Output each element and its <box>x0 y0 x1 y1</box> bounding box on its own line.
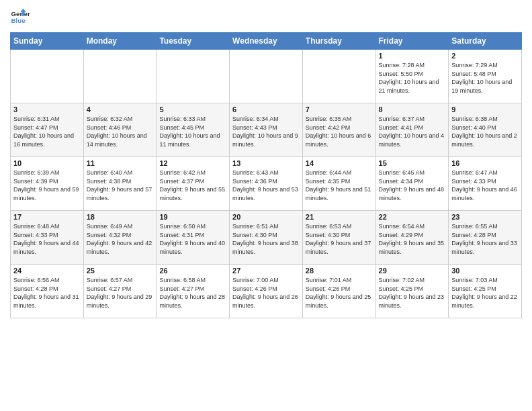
day-number: 18 <box>87 213 154 221</box>
day-number: 30 <box>451 267 519 275</box>
calendar-cell: 2Sunrise: 7:29 AM Sunset: 5:48 PM Daylig… <box>449 50 522 103</box>
calendar-cell <box>302 50 375 103</box>
day-info: Sunrise: 7:03 AM Sunset: 4:25 PM Dayligh… <box>451 276 519 310</box>
day-number: 27 <box>232 267 300 275</box>
calendar-table: SundayMondayTuesdayWednesdayThursdayFrid… <box>10 32 522 318</box>
day-info: Sunrise: 7:29 AM Sunset: 5:48 PM Dayligh… <box>451 61 519 95</box>
calendar-cell: 6Sunrise: 6:34 AM Sunset: 4:43 PM Daylig… <box>230 103 303 157</box>
day-info: Sunrise: 6:38 AM Sunset: 4:40 PM Dayligh… <box>451 115 519 148</box>
calendar-week-4: 24Sunrise: 6:56 AM Sunset: 4:28 PM Dayli… <box>11 265 522 318</box>
calendar-cell: 21Sunrise: 6:53 AM Sunset: 4:30 PM Dayli… <box>302 211 375 265</box>
calendar-cell: 12Sunrise: 6:42 AM Sunset: 4:37 PM Dayli… <box>157 157 230 211</box>
day-info: Sunrise: 6:54 AM Sunset: 4:29 PM Dayligh… <box>379 222 446 256</box>
day-info: Sunrise: 6:50 AM Sunset: 4:31 PM Dayligh… <box>159 222 226 256</box>
calendar-cell: 28Sunrise: 7:01 AM Sunset: 4:26 PM Dayli… <box>302 265 375 318</box>
day-number: 5 <box>159 105 226 113</box>
day-info: Sunrise: 6:39 AM Sunset: 4:39 PM Dayligh… <box>13 169 81 202</box>
calendar-cell: 27Sunrise: 7:00 AM Sunset: 4:26 PM Dayli… <box>230 265 303 318</box>
day-info: Sunrise: 6:57 AM Sunset: 4:27 PM Dayligh… <box>87 276 154 310</box>
calendar-cell: 13Sunrise: 6:43 AM Sunset: 4:36 PM Dayli… <box>230 157 303 211</box>
calendar-cell: 23Sunrise: 6:55 AM Sunset: 4:28 PM Dayli… <box>449 211 522 265</box>
svg-text:Blue: Blue <box>11 17 26 24</box>
day-info: Sunrise: 6:33 AM Sunset: 4:45 PM Dayligh… <box>159 115 226 148</box>
calendar-cell: 20Sunrise: 6:51 AM Sunset: 4:30 PM Dayli… <box>230 211 303 265</box>
day-info: Sunrise: 6:31 AM Sunset: 4:47 PM Dayligh… <box>13 115 81 148</box>
day-header-wednesday: Wednesday <box>230 33 303 50</box>
day-info: Sunrise: 6:49 AM Sunset: 4:32 PM Dayligh… <box>87 222 154 256</box>
logo-icon: General Blue <box>10 7 30 27</box>
day-info: Sunrise: 6:45 AM Sunset: 4:34 PM Dayligh… <box>379 169 446 202</box>
calendar-cell <box>11 50 84 103</box>
calendar-cell: 29Sunrise: 7:02 AM Sunset: 4:25 PM Dayli… <box>375 265 449 318</box>
day-number: 11 <box>87 159 154 167</box>
day-info: Sunrise: 6:53 AM Sunset: 4:30 PM Dayligh… <box>306 222 373 256</box>
calendar-cell: 18Sunrise: 6:49 AM Sunset: 4:32 PM Dayli… <box>83 211 157 265</box>
calendar-cell: 1Sunrise: 7:28 AM Sunset: 5:50 PM Daylig… <box>375 50 449 103</box>
day-number: 25 <box>87 267 154 275</box>
calendar-cell: 4Sunrise: 6:32 AM Sunset: 4:46 PM Daylig… <box>83 103 157 157</box>
calendar-header-row: SundayMondayTuesdayWednesdayThursdayFrid… <box>11 33 522 50</box>
day-number: 29 <box>379 267 446 275</box>
calendar-cell: 22Sunrise: 6:54 AM Sunset: 4:29 PM Dayli… <box>375 211 449 265</box>
calendar-cell: 11Sunrise: 6:40 AM Sunset: 4:38 PM Dayli… <box>83 157 157 211</box>
day-info: Sunrise: 6:47 AM Sunset: 4:33 PM Dayligh… <box>451 169 519 202</box>
day-info: Sunrise: 6:42 AM Sunset: 4:37 PM Dayligh… <box>159 169 226 202</box>
day-number: 3 <box>13 105 81 113</box>
day-info: Sunrise: 7:01 AM Sunset: 4:26 PM Dayligh… <box>306 276 373 310</box>
day-number: 24 <box>13 267 81 275</box>
day-number: 28 <box>306 267 373 275</box>
day-number: 20 <box>232 213 300 221</box>
day-header-sunday: Sunday <box>11 33 84 50</box>
day-number: 1 <box>379 52 446 60</box>
calendar-cell: 5Sunrise: 6:33 AM Sunset: 4:45 PM Daylig… <box>157 103 230 157</box>
day-header-friday: Friday <box>375 33 449 50</box>
calendar-week-1: 3Sunrise: 6:31 AM Sunset: 4:47 PM Daylig… <box>11 103 522 157</box>
calendar-cell <box>83 50 157 103</box>
day-number: 4 <box>87 105 154 113</box>
day-info: Sunrise: 7:00 AM Sunset: 4:26 PM Dayligh… <box>232 276 300 310</box>
day-number: 22 <box>379 213 446 221</box>
day-header-monday: Monday <box>83 33 157 50</box>
calendar-week-2: 10Sunrise: 6:39 AM Sunset: 4:39 PM Dayli… <box>11 157 522 211</box>
day-info: Sunrise: 6:32 AM Sunset: 4:46 PM Dayligh… <box>87 115 154 148</box>
day-header-thursday: Thursday <box>302 33 375 50</box>
day-info: Sunrise: 6:48 AM Sunset: 4:33 PM Dayligh… <box>13 222 81 256</box>
header: General Blue <box>10 7 522 27</box>
day-number: 23 <box>451 213 519 221</box>
day-info: Sunrise: 6:35 AM Sunset: 4:42 PM Dayligh… <box>306 115 373 148</box>
calendar-cell: 9Sunrise: 6:38 AM Sunset: 4:40 PM Daylig… <box>449 103 522 157</box>
day-number: 13 <box>232 159 300 167</box>
calendar-cell: 15Sunrise: 6:45 AM Sunset: 4:34 PM Dayli… <box>375 157 449 211</box>
day-number: 14 <box>306 159 373 167</box>
page-container: General Blue SundayMondayTuesdayWednesda… <box>0 0 532 322</box>
calendar-week-0: 1Sunrise: 7:28 AM Sunset: 5:50 PM Daylig… <box>11 50 522 103</box>
day-header-tuesday: Tuesday <box>157 33 230 50</box>
day-info: Sunrise: 6:55 AM Sunset: 4:28 PM Dayligh… <box>451 222 519 256</box>
calendar-cell: 8Sunrise: 6:37 AM Sunset: 4:41 PM Daylig… <box>375 103 449 157</box>
calendar-cell: 26Sunrise: 6:58 AM Sunset: 4:27 PM Dayli… <box>157 265 230 318</box>
svg-text:General: General <box>11 10 31 17</box>
day-number: 15 <box>379 159 446 167</box>
day-info: Sunrise: 7:28 AM Sunset: 5:50 PM Dayligh… <box>379 61 446 95</box>
day-info: Sunrise: 6:37 AM Sunset: 4:41 PM Dayligh… <box>379 115 446 148</box>
day-info: Sunrise: 6:51 AM Sunset: 4:30 PM Dayligh… <box>232 222 300 256</box>
day-number: 7 <box>306 105 373 113</box>
calendar-cell: 24Sunrise: 6:56 AM Sunset: 4:28 PM Dayli… <box>11 265 84 318</box>
day-number: 21 <box>306 213 373 221</box>
calendar-week-3: 17Sunrise: 6:48 AM Sunset: 4:33 PM Dayli… <box>11 211 522 265</box>
calendar-cell: 7Sunrise: 6:35 AM Sunset: 4:42 PM Daylig… <box>302 103 375 157</box>
calendar-cell: 25Sunrise: 6:57 AM Sunset: 4:27 PM Dayli… <box>83 265 157 318</box>
day-info: Sunrise: 6:43 AM Sunset: 4:36 PM Dayligh… <box>232 169 300 202</box>
day-number: 16 <box>451 159 519 167</box>
day-number: 9 <box>451 105 519 113</box>
calendar-cell <box>230 50 303 103</box>
day-info: Sunrise: 6:40 AM Sunset: 4:38 PM Dayligh… <box>87 169 154 202</box>
calendar-cell: 17Sunrise: 6:48 AM Sunset: 4:33 PM Dayli… <box>11 211 84 265</box>
day-number: 17 <box>13 213 81 221</box>
day-info: Sunrise: 6:56 AM Sunset: 4:28 PM Dayligh… <box>13 276 81 310</box>
day-number: 12 <box>159 159 226 167</box>
calendar-cell: 19Sunrise: 6:50 AM Sunset: 4:31 PM Dayli… <box>157 211 230 265</box>
day-number: 8 <box>379 105 446 113</box>
day-info: Sunrise: 6:44 AM Sunset: 4:35 PM Dayligh… <box>306 169 373 202</box>
logo: General Blue <box>10 7 34 27</box>
